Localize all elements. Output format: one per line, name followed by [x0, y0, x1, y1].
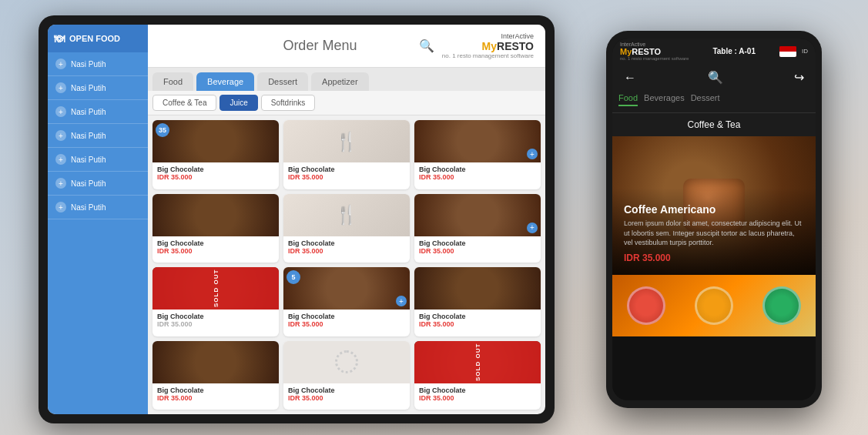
- subcategory-tabs: Coffee & Tea Juice Softdrinks: [148, 91, 545, 115]
- tablet-sidebar: 🍽 OPEN FOOD + Nasi Putih + Nasi Putih + …: [48, 25, 148, 414]
- menu-item-2[interactable]: 🍴 Big Chocolate IDR 35.000: [283, 120, 410, 189]
- menu-item-12[interactable]: SOLD OUT Big Chocolate IDR 35.000: [414, 341, 541, 410]
- tablet-logo-brand: MyRESTO: [442, 40, 534, 52]
- phone-logo-my: My: [620, 47, 632, 56]
- sidebar-item-4[interactable]: + Nasi Putih: [48, 124, 148, 148]
- phone-menu-item-desc: Lorem ipsum dolor sit amet, consectetur …: [624, 219, 804, 248]
- sidebar-item-label-6: Nasi Putih: [71, 179, 106, 188]
- search-icon-phone[interactable]: 🔍: [708, 70, 723, 85]
- loading-dots-11: [283, 341, 410, 383]
- sidebar-header[interactable]: 🍽 OPEN FOOD: [48, 25, 148, 52]
- menu-item-img-2: 🍴: [283, 120, 410, 162]
- phone-logo-interactive: InterActive: [620, 42, 689, 47]
- sidebar-item-3[interactable]: + Nasi Putih: [48, 100, 148, 124]
- add-btn-8[interactable]: +: [396, 296, 407, 306]
- add-btn-3[interactable]: +: [527, 149, 538, 159]
- share-icon[interactable]: ↪: [794, 70, 804, 85]
- add-btn-6[interactable]: +: [527, 223, 538, 233]
- menu-item-price-9: IDR 35.000: [419, 320, 536, 328]
- sidebar-item-label-2: Nasi Putih: [71, 84, 106, 92]
- menu-item-3[interactable]: + Big Chocolate IDR 35.000: [414, 120, 541, 189]
- phone-logo-brand: MyRESTO: [620, 47, 689, 56]
- tablet-screen: 🍽 OPEN FOOD + Nasi Putih + Nasi Putih + …: [48, 25, 545, 414]
- plus-icon-3: +: [55, 106, 66, 117]
- cutlery-icon-2: 🍴: [335, 131, 358, 152]
- menu-item-info-5: Big Chocolate IDR 35.000: [283, 236, 410, 259]
- menu-item-11[interactable]: Big Chocolate IDR 35.000: [283, 341, 410, 410]
- tablet-header-logo: InterActive MyRESTO no. 1 resto manageme…: [442, 32, 534, 59]
- plus-icon-7: +: [55, 202, 66, 212]
- tablet-logo-interactive: InterActive: [442, 32, 534, 40]
- menu-item-img-5: 🍴: [283, 194, 410, 236]
- cutlery-icon-5: 🍴: [335, 204, 358, 226]
- sub-tab-coffee-tea[interactable]: Coffee & Tea: [152, 95, 216, 111]
- tab-food[interactable]: Food: [152, 72, 193, 91]
- phone-tab-food[interactable]: Food: [618, 91, 638, 106]
- menu-item-8[interactable]: 5 + Big Chocolate IDR 35.000: [283, 267, 410, 336]
- sidebar-item-2[interactable]: + Nasi Putih: [48, 76, 148, 100]
- menu-item-info-6: Big Chocolate IDR 35.000: [414, 236, 541, 259]
- menu-item-price-4: IDR 35.000: [157, 247, 274, 255]
- plus-icon-5: +: [55, 154, 66, 165]
- phone-screen: InterActive MyRESTO no. 1 resto manageme…: [612, 38, 816, 400]
- sidebar-item-7[interactable]: + Nasi Putih: [48, 196, 148, 219]
- menu-item-img-4: [152, 194, 279, 236]
- tab-beverage[interactable]: Beverage: [196, 72, 254, 91]
- menu-item-4[interactable]: Big Chocolate IDR 35.000: [152, 194, 279, 263]
- sidebar-item-6[interactable]: + Nasi Putih: [48, 172, 148, 196]
- phone-lang: ID: [802, 48, 808, 55]
- badge-8: 5: [287, 270, 300, 284]
- menu-item-name-3: Big Chocolate: [419, 166, 536, 173]
- flag-red: [779, 46, 796, 52]
- menu-item-info-11: Big Chocolate IDR 35.000: [283, 383, 410, 406]
- sidebar-header-label: OPEN FOOD: [69, 34, 120, 43]
- menu-item-price-11: IDR 35.000: [288, 394, 405, 402]
- tablet-logo-tagline: no. 1 resto management software: [442, 52, 534, 59]
- menu-item-5[interactable]: 🍴 Big Chocolate IDR 35.000: [283, 194, 410, 263]
- menu-item-1[interactable]: 35 Big Chocolate IDR 35.000: [152, 120, 279, 189]
- menu-item-name-12: Big Chocolate: [419, 386, 536, 394]
- menu-item-9[interactable]: Big Chocolate IDR 35.000: [414, 267, 541, 336]
- food-image-2: [695, 286, 733, 325]
- phone-bottom-images: [612, 275, 816, 336]
- food-icon: 🍽: [54, 32, 65, 45]
- menu-item-name-11: Big Chocolate: [288, 386, 405, 394]
- tab-dessert[interactable]: Dessert: [257, 72, 308, 91]
- sub-tab-juice[interactable]: Juice: [220, 95, 257, 111]
- menu-item-img-7: SOLD OUT: [152, 267, 279, 310]
- menu-item-info-1: Big Chocolate IDR 35.000: [152, 162, 279, 185]
- sub-tab-softdrinks[interactable]: Softdrinks: [261, 95, 315, 111]
- menu-item-info-4: Big Chocolate IDR 35.000: [152, 236, 279, 259]
- phone-table-info: Table : A-01: [712, 47, 756, 55]
- back-icon[interactable]: ←: [624, 71, 636, 85]
- sidebar-item-5[interactable]: + Nasi Putih: [48, 148, 148, 172]
- sidebar-item-1[interactable]: + Nasi Putih: [48, 52, 148, 76]
- menu-item-10[interactable]: Big Chocolate IDR 35.000: [152, 341, 279, 410]
- search-icon-tablet[interactable]: 🔍: [419, 38, 434, 53]
- menu-item-name-2: Big Chocolate: [288, 166, 405, 173]
- menu-item-name-1: Big Chocolate: [157, 166, 274, 173]
- sidebar-item-label-3: Nasi Putih: [71, 108, 106, 116]
- phone-logo-resto: RESTO: [632, 47, 661, 56]
- sold-out-7: SOLD OUT: [152, 267, 279, 310]
- phone-menu-card-overlay: Coffee Americano Lorem ipsum dolor sit a…: [612, 188, 816, 275]
- menu-item-name-6: Big Chocolate: [419, 239, 536, 247]
- phone-status-bar: InterActive MyRESTO no. 1 resto manageme…: [612, 38, 816, 64]
- menu-item-img-6: +: [414, 194, 541, 236]
- food-image-3: [762, 286, 801, 325]
- sidebar-item-label-1: Nasi Putih: [71, 60, 106, 69]
- menu-item-info-8: Big Chocolate IDR 35.000: [283, 310, 410, 332]
- phone-tab-beverages[interactable]: Beverages: [644, 91, 685, 106]
- badge-1: 35: [156, 123, 169, 137]
- phone-logo: InterActive MyRESTO no. 1 resto manageme…: [620, 42, 689, 61]
- menu-item-info-9: Big Chocolate IDR 35.000: [414, 310, 541, 332]
- tab-appetizer[interactable]: Appetizer: [311, 72, 368, 91]
- plus-icon-6: +: [55, 178, 66, 189]
- menu-item-6[interactable]: + Big Chocolate IDR 35.000: [414, 194, 541, 263]
- tablet-logo-resto: RESTO: [497, 40, 534, 52]
- phone-tab-dessert[interactable]: Dessert: [691, 91, 720, 106]
- menu-item-7[interactable]: SOLD OUT Big Chocolate IDR 35.000: [152, 267, 279, 336]
- menu-item-price-8: IDR 35.000: [288, 320, 405, 328]
- menu-item-name-5: Big Chocolate: [288, 239, 405, 247]
- menu-item-price-12: IDR 35.000: [419, 394, 536, 402]
